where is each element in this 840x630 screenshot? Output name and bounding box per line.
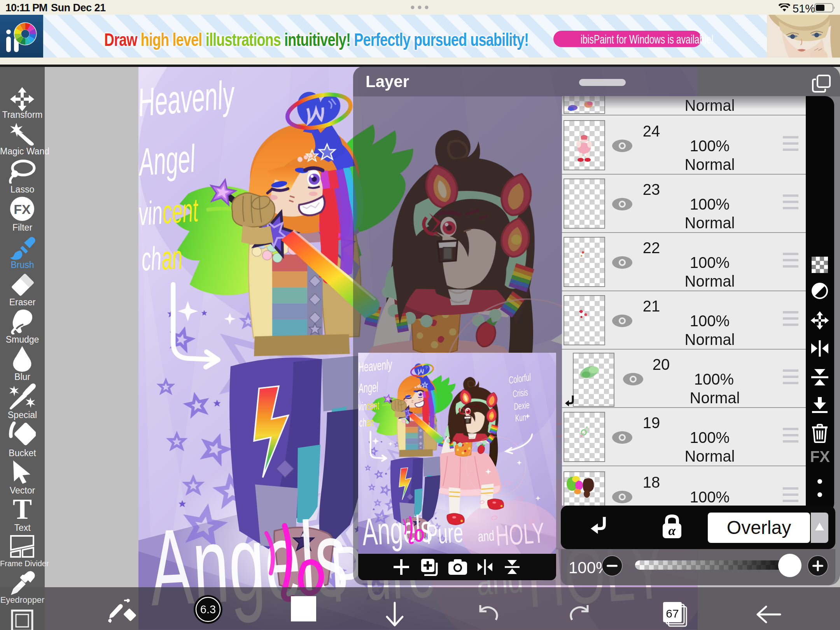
svg-text:6.3: 6.3 xyxy=(200,603,216,616)
svg-text:FX: FX xyxy=(14,202,31,217)
svg-text:67: 67 xyxy=(666,607,679,620)
svg-text:α: α xyxy=(668,523,676,538)
